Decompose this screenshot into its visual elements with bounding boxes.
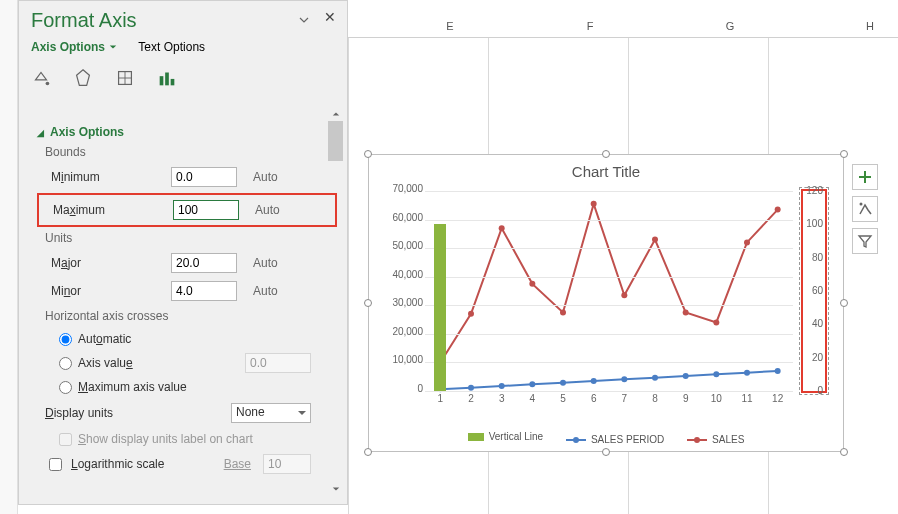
svg-point-28 bbox=[775, 207, 781, 213]
effects-icon[interactable] bbox=[71, 66, 95, 90]
resize-handle[interactable] bbox=[602, 150, 610, 158]
maximum-auto[interactable]: Auto bbox=[255, 203, 280, 217]
crosses-value-label: Axis value bbox=[78, 356, 133, 370]
svg-point-23 bbox=[621, 292, 627, 298]
fill-icon[interactable] bbox=[29, 66, 53, 90]
legend-red-label: SALES bbox=[712, 434, 744, 445]
log-base-label: Base bbox=[224, 457, 251, 471]
legend[interactable]: Vertical Line SALES PERIOD SALES bbox=[369, 431, 843, 445]
bounds-label: Bounds bbox=[45, 145, 337, 159]
legend-blue-icon bbox=[566, 439, 586, 441]
tab-text-options[interactable]: Text Options bbox=[138, 40, 205, 54]
crosses-max-label: Maximum axis value bbox=[78, 380, 187, 394]
row-gutter bbox=[0, 0, 18, 514]
section-axis-options[interactable]: Axis Options bbox=[37, 125, 337, 139]
legend-bar-label: Vertical Line bbox=[489, 431, 543, 442]
svg-point-18 bbox=[468, 311, 474, 317]
minor-label: Minor bbox=[51, 284, 171, 298]
log-scale-label: Logarithmic scale bbox=[71, 457, 164, 471]
close-icon[interactable]: ✕ bbox=[321, 9, 339, 27]
log-scale-checkbox[interactable] bbox=[49, 458, 62, 471]
crosses-max-radio[interactable] bbox=[59, 381, 72, 394]
minor-input[interactable] bbox=[171, 281, 237, 301]
pane-title: Format Axis bbox=[31, 9, 335, 32]
x-axis[interactable]: 123456789101112 bbox=[425, 393, 793, 407]
svg-point-14 bbox=[713, 371, 719, 377]
resize-handle[interactable] bbox=[364, 448, 372, 456]
svg-point-26 bbox=[713, 319, 719, 325]
chart-elements-button[interactable] bbox=[852, 164, 878, 190]
svg-point-0 bbox=[46, 82, 50, 86]
col-f[interactable]: F bbox=[520, 20, 660, 32]
y-axis-left[interactable]: 010,00020,00030,00040,00050,00060,00070,… bbox=[379, 189, 423, 393]
chart-filters-button[interactable] bbox=[852, 228, 878, 254]
svg-point-21 bbox=[560, 309, 566, 315]
svg-point-22 bbox=[591, 201, 597, 207]
svg-point-25 bbox=[683, 309, 689, 315]
svg-point-11 bbox=[621, 376, 627, 382]
resize-handle[interactable] bbox=[602, 448, 610, 456]
column-headers: E F G H bbox=[348, 20, 898, 38]
legend-blue-label: SALES PERIOD bbox=[591, 434, 664, 445]
maximum-input[interactable] bbox=[173, 200, 239, 220]
plot-area[interactable] bbox=[425, 191, 793, 391]
show-du-label-text: Show display units label on chart bbox=[78, 432, 253, 446]
svg-point-15 bbox=[744, 370, 750, 376]
resize-handle[interactable] bbox=[840, 150, 848, 158]
maximum-highlight: Maximum Auto bbox=[37, 193, 337, 227]
svg-point-19 bbox=[499, 225, 505, 231]
minor-auto[interactable]: Auto bbox=[253, 284, 278, 298]
crosses-label: Horizontal axis crosses bbox=[45, 309, 337, 323]
svg-rect-2 bbox=[160, 76, 164, 85]
category-icons bbox=[19, 62, 347, 100]
resize-handle[interactable] bbox=[364, 299, 372, 307]
svg-point-20 bbox=[529, 281, 535, 287]
col-h[interactable]: H bbox=[800, 20, 898, 32]
minimum-auto[interactable]: Auto bbox=[253, 170, 278, 184]
display-units-select[interactable]: None bbox=[231, 403, 311, 423]
crosses-value-radio[interactable] bbox=[59, 357, 72, 370]
chart-title[interactable]: Chart Title bbox=[369, 155, 843, 184]
log-base-input bbox=[263, 454, 311, 474]
svg-point-13 bbox=[683, 373, 689, 379]
pane-menu-icon[interactable] bbox=[299, 11, 311, 23]
crosses-auto-radio[interactable] bbox=[59, 333, 72, 346]
resize-handle[interactable] bbox=[840, 448, 848, 456]
svg-point-29 bbox=[860, 203, 863, 206]
svg-point-12 bbox=[652, 375, 658, 381]
legend-bar-icon bbox=[468, 433, 484, 441]
y-axis-right[interactable]: 020406080100120 bbox=[801, 189, 827, 393]
legend-red-icon bbox=[687, 439, 707, 441]
svg-point-10 bbox=[591, 378, 597, 384]
tab-axis-options[interactable]: Axis Options bbox=[31, 40, 117, 54]
show-du-label-checkbox bbox=[59, 433, 72, 446]
col-g[interactable]: G bbox=[660, 20, 800, 32]
svg-point-16 bbox=[775, 368, 781, 374]
maximum-label: Maximum bbox=[53, 203, 173, 217]
minimum-label: Minimum bbox=[51, 170, 171, 184]
major-input[interactable] bbox=[171, 253, 237, 273]
major-label: Major bbox=[51, 256, 171, 270]
svg-point-24 bbox=[652, 237, 658, 243]
chart-styles-button[interactable] bbox=[852, 196, 878, 222]
chart-object[interactable]: Chart Title 010,00020,00030,00040,00050,… bbox=[368, 154, 844, 452]
svg-rect-4 bbox=[171, 79, 175, 85]
format-axis-pane: Format Axis ✕ Axis Options Text Options … bbox=[18, 0, 348, 505]
svg-point-27 bbox=[744, 239, 750, 245]
crosses-auto-label: Automatic bbox=[78, 332, 131, 346]
svg-point-6 bbox=[468, 385, 474, 391]
resize-handle[interactable] bbox=[840, 299, 848, 307]
minimum-input[interactable] bbox=[171, 167, 237, 187]
crosses-value-input bbox=[245, 353, 311, 373]
svg-rect-3 bbox=[165, 73, 169, 86]
size-icon[interactable] bbox=[113, 66, 137, 90]
resize-handle[interactable] bbox=[364, 150, 372, 158]
col-e[interactable]: E bbox=[380, 20, 520, 32]
units-label: Units bbox=[45, 231, 337, 245]
display-units-label: Display units bbox=[45, 406, 231, 420]
major-auto[interactable]: Auto bbox=[253, 256, 278, 270]
svg-point-7 bbox=[499, 383, 505, 389]
axis-options-icon[interactable] bbox=[155, 66, 179, 90]
svg-point-8 bbox=[529, 381, 535, 387]
svg-point-9 bbox=[560, 380, 566, 386]
